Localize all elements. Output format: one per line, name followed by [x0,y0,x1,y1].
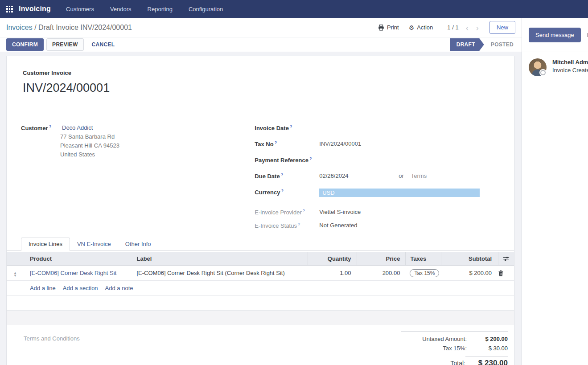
breadcrumb-invoices-link[interactable]: Invoices [6,24,33,31]
col-taxes[interactable]: Taxes [405,252,441,265]
state-draft[interactable]: DRAFT [450,38,484,51]
gear-icon: ⚙ [409,25,415,31]
breadcrumb-current: Draft Invoice INV/2024/00001 [38,24,132,31]
row-label-field[interactable]: [E-COM06] Corner Desk Right Sit (Corner … [131,270,308,276]
top-nav: Invoicing Customers Vendors Reporting Co… [0,0,588,18]
einvoice-status-label: E-Invoice Status? [255,222,319,229]
row-taxes-field: Tax 15% [405,269,441,277]
pager[interactable]: 1 / 1 [447,24,458,31]
cancel-button[interactable]: CANCEL [92,41,115,48]
col-quantity[interactable]: Quantity [308,252,357,265]
message-body: Mitchell Admin Invoice Created [552,58,588,76]
printer-icon [378,25,384,31]
add-line-link[interactable]: Add a line [30,285,56,291]
einvoice-provider-value: Viettel S-invoice [319,209,361,215]
drag-handle-icon: ▲▼ [13,272,17,277]
customer-help-icon: ? [49,124,52,129]
main-region: Invoices / Draft Invoice INV/2024/00001 … [0,18,522,365]
currency-row: Currency? USD [255,189,498,205]
tax-value: $ 30.00 [467,345,508,352]
optional-columns-button[interactable] [498,252,514,265]
sliders-icon [503,255,510,262]
invoice-date-label: Invoice Date? [255,124,319,131]
currency-help-icon: ? [281,189,284,193]
action-label: Action [417,24,433,31]
message-subtitle: Invoice Created [552,67,588,74]
customer-label: Customer? [21,124,60,235]
currency-field[interactable]: USD [319,189,480,197]
due-date-field[interactable]: 02/26/2024 [319,172,399,179]
untaxed-amount-label: Untaxed Amount: [422,336,467,342]
control-panel: Invoices / Draft Invoice INV/2024/00001 … [0,18,522,37]
chatter-toolbar: Send message Log note [522,18,588,52]
total-label: Total: [451,360,465,365]
nav-item-configuration[interactable]: Configuration [186,4,226,14]
add-note-link[interactable]: Add a note [105,285,133,291]
delete-line-button[interactable] [498,270,514,276]
row-drag-handle[interactable]: ▲▼ [7,269,24,277]
nav-item-customers[interactable]: Customers [63,4,97,14]
due-date-label: Due Date? [255,172,319,180]
tax-no-field[interactable]: INV/2024/00001 [319,140,361,147]
state-posted[interactable]: POSTED [491,41,515,48]
breadcrumb-separator: / [33,24,38,31]
send-message-button[interactable]: Send message [529,28,581,42]
customer-value: Deco Addict 77 Santa Barbara Rd Pleasant… [60,124,119,235]
nav-item-reporting[interactable]: Reporting [145,4,175,14]
chatter-panel: Send message Log note Mitchell Admin Inv… [522,18,588,365]
trash-icon [498,270,504,276]
app-name[interactable]: Invoicing [19,5,51,13]
apps-grid-icon[interactable] [6,6,13,12]
table-bottom-spacer [7,296,514,311]
nav-item-vendors[interactable]: Vendors [107,4,134,14]
message-author: Mitchell Admin [552,59,588,66]
col-subtotal[interactable]: Subtotal [441,252,498,265]
invoice-sheet: Customer Invoice INV/2024/00001 Customer… [6,56,514,365]
address-line: 77 Santa Barbara Rd [60,132,119,141]
row-product-field[interactable]: [E-COM06] Corner Desk Right Sit [24,270,131,276]
preview-button[interactable]: PREVIEW [46,38,83,51]
col-product[interactable]: Product [24,255,131,262]
tab-other-info[interactable]: Other Info [118,238,158,250]
breadcrumb: Invoices / Draft Invoice INV/2024/00001 [6,24,132,32]
payment-terms-field[interactable]: Terms [411,172,427,179]
pager-prev-icon[interactable]: ‹ [466,23,469,32]
tab-vn-einvoice[interactable]: VN E-Invoice [70,238,118,250]
address-line: United States [60,150,119,159]
customer-name-field[interactable]: Deco Addict [62,124,119,131]
col-label[interactable]: Label [131,255,308,262]
add-section-link[interactable]: Add a section [63,285,98,291]
currency-label: Currency? [255,189,319,196]
print-label: Print [387,24,399,31]
tab-invoice-lines[interactable]: Invoice Lines [21,238,70,251]
invoice-lines-table: Product Label Quantity Price Taxes Subto… [7,252,514,325]
payment-reference-help-icon: ? [309,156,312,161]
payment-reference-label: Payment Reference? [255,156,319,164]
row-price-field[interactable]: 200.00 [357,270,406,276]
einvoice-status-row: E-Invoice Status? Not Generated [255,222,498,235]
chatter-message: Mitchell Admin Invoice Created [522,52,588,76]
address-line: Pleasant Hill CA 94523 [60,141,119,150]
invoice-date-row: Invoice Date? [255,124,498,140]
terms-and-conditions-field[interactable]: Terms and Conditions [24,335,80,342]
pager-next-icon[interactable]: › [476,23,479,32]
new-button[interactable]: New [489,21,515,34]
tax-row: Tax 15%: $ 30.00 [401,345,508,354]
tax-tag[interactable]: Tax 15% [410,269,439,277]
table-header: Product Label Quantity Price Taxes Subto… [7,252,514,266]
document-type-label: Customer Invoice [23,70,71,76]
col-price[interactable]: Price [357,252,406,265]
einvoice-provider-help-icon: ? [303,209,305,213]
status-row: CONFIRM PREVIEW CANCEL DRAFT POSTED [0,37,522,52]
confirm-button[interactable]: CONFIRM [6,38,44,51]
table-row[interactable]: ▲▼ [E-COM06] Corner Desk Right Sit [E-CO… [7,266,514,281]
invoice-form: Customer? Deco Addict 77 Santa Barbara R… [21,124,498,235]
action-button[interactable]: ⚙ Action [409,24,433,31]
einvoice-provider-row: E-invoice Provider? Viettel S-invoice [255,209,498,222]
row-quantity-field[interactable]: 1.00 [308,270,357,276]
tax-no-row: Tax No? INV/2024/00001 [255,140,498,156]
print-button[interactable]: Print [378,24,399,31]
totals-separator [465,357,508,357]
invoice-number-heading: INV/2024/00001 [23,81,110,95]
invoice-details-group: Invoice Date? Tax No? INV/2024/00001 Pay… [255,124,498,235]
